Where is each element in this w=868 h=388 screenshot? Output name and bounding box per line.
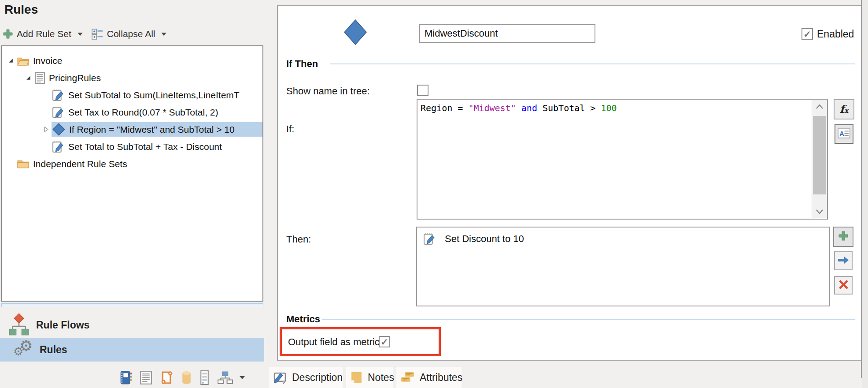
show-name-label: Show name in tree:	[286, 86, 370, 97]
then-action-item[interactable]: Set Discount to 10	[417, 228, 829, 245]
chevron-down-icon[interactable]	[161, 33, 166, 36]
description-note-icon	[273, 371, 287, 384]
tree-item[interactable]: Invoice	[2, 52, 262, 69]
rules-editor-window: Rules Add Rule Set Collapse All InvoiceP…	[0, 0, 868, 388]
scroll-up-icon[interactable]	[812, 100, 827, 113]
add-rule-set-button[interactable]: Add Rule Set	[0, 28, 85, 40]
scroll-icon[interactable]	[160, 370, 173, 385]
tree-item[interactable]: Set SubTotal to Sum(LineItems,LineItemT	[2, 86, 262, 104]
delete-action-button[interactable]	[834, 276, 853, 295]
tree-item-label: Independent Rule Sets	[33, 159, 127, 169]
text-view-button[interactable]: A	[835, 124, 853, 144]
rule-name-input[interactable]: MidwestDiscount	[419, 24, 595, 43]
expander-expanded-icon[interactable]	[5, 58, 16, 63]
action-rule-icon	[52, 106, 64, 119]
folder-open-icon	[17, 56, 29, 66]
code-token-plain: Region =	[421, 103, 468, 113]
folder-closed-icon	[17, 159, 29, 168]
tree-item-label: Invoice	[33, 56, 63, 66]
blue-diamond-icon	[52, 123, 65, 136]
code-token-plain	[516, 103, 521, 113]
condition-editor[interactable]: Region = "Midwest" and SubTotal > 100	[417, 99, 828, 220]
nav-item-rule-flows[interactable]: Rule Flows	[0, 313, 264, 337]
tree-item-label: If Region = "Midwest" and SubTotal > 10	[69, 124, 235, 135]
condition-expression: Region = "Midwest" and SubTotal > 100	[421, 103, 617, 113]
tree-item-content[interactable]: Set Total to SubTotal + Tax - Discount	[52, 139, 262, 154]
nav-item-rules[interactable]: ⚙⚙ Rules	[0, 338, 264, 362]
tab-label: Description	[292, 372, 343, 384]
tree-horizontal-scrollbar[interactable]	[1, 303, 263, 307]
tree-item[interactable]: PricingRules	[2, 69, 262, 86]
x-icon	[838, 279, 850, 292]
fx-icon: fx	[840, 104, 848, 115]
section-divider-line	[330, 63, 855, 64]
expander-collapsed-icon[interactable]	[40, 127, 52, 132]
dropdown-caret-icon[interactable]	[240, 376, 245, 379]
vertical-scrollbar[interactable]	[812, 100, 827, 218]
if-then-section-header: If Then	[286, 58, 318, 70]
rule-detail-panel: MidwestDiscount ✓ Enabled If Then Show n…	[277, 5, 862, 361]
enabled-label: Enabled	[817, 28, 854, 40]
notebook-icon[interactable]	[119, 370, 132, 385]
tree-item-label: Set Tax to Round(0.07 * SubTotal, 2)	[68, 107, 218, 118]
gears-icon: ⚙⚙	[13, 340, 36, 360]
tab-attributes[interactable]: Attributes	[396, 367, 462, 388]
right-margin	[862, 0, 868, 388]
tab-description[interactable]: Description	[269, 367, 343, 388]
left-toolbar: Add Rule Set Collapse All	[0, 26, 169, 42]
text-lines-icon: A	[838, 128, 850, 140]
add-action-button[interactable]	[833, 227, 853, 247]
then-actions-list[interactable]: Set Discount to 10	[416, 227, 830, 306]
tab-notes[interactable]: Notes	[346, 367, 393, 388]
tree-item[interactable]: Independent Rule Sets	[2, 155, 262, 172]
indent-action-button[interactable]	[834, 251, 853, 270]
code-token-plain: SubTotal >	[537, 103, 601, 113]
action-rule-icon	[52, 140, 64, 153]
svg-text:A: A	[839, 130, 844, 137]
code-token-keyword: and	[521, 103, 537, 113]
scrollbar-thumb[interactable]	[813, 116, 826, 194]
tree-item-content[interactable]: Invoice	[16, 53, 262, 68]
tree-item[interactable]: Set Tax to Round(0.07 * SubTotal, 2)	[2, 104, 262, 121]
rule-name-value: MidwestDiscount	[425, 28, 498, 39]
collapse-all-button[interactable]: Collapse All	[89, 27, 170, 41]
show-name-checkbox[interactable]	[417, 85, 428, 96]
plus-icon	[3, 29, 13, 39]
tree-item-content[interactable]: If Region = "Midwest" and SubTotal > 10	[52, 122, 262, 137]
if-label: If:	[286, 123, 294, 135]
code-token-number: 100	[601, 103, 617, 113]
tree-item-label: Set Total to SubTotal + Tax - Discount	[68, 142, 222, 152]
rule-flows-icon	[9, 313, 29, 336]
collapse-all-icon	[92, 28, 103, 40]
page-title: Rules	[4, 3, 38, 17]
ruleset-doc-icon	[35, 72, 45, 84]
formula-editor-button[interactable]: fx	[834, 99, 854, 119]
tree-item[interactable]: If Region = "Midwest" and SubTotal > 10	[2, 121, 262, 138]
bottom-icon-toolbar	[119, 369, 245, 386]
tree-item-content[interactable]: PricingRules	[34, 71, 262, 85]
enabled-checkbox[interactable]: ✓	[802, 28, 813, 40]
metrics-section-header: Metrics	[286, 313, 320, 325]
expander-expanded-icon[interactable]	[22, 75, 34, 81]
tree-item-content[interactable]: Independent Rule Sets	[16, 157, 262, 171]
attribute-cards-icon	[401, 372, 414, 384]
tree-item-content[interactable]: Set Tax to Round(0.07 * SubTotal, 2)	[52, 105, 262, 119]
rule-diamond-icon	[344, 19, 367, 47]
scroll-down-icon[interactable]	[812, 205, 827, 218]
tab-label: Notes	[368, 372, 394, 384]
tree-item-content[interactable]: Set SubTotal to Sum(LineItems,LineItemT	[52, 88, 262, 102]
output-metric-checkbox[interactable]: ✓	[379, 336, 390, 347]
action-rule-icon	[52, 89, 64, 101]
tree-item[interactable]: Set Total to SubTotal + Tax - Discount	[2, 138, 262, 155]
chevron-down-icon[interactable]	[78, 33, 83, 36]
action-rule-icon	[424, 232, 436, 245]
server-icon[interactable]	[200, 370, 209, 385]
section-divider-line	[322, 319, 855, 320]
org-chart-icon[interactable]	[218, 371, 233, 384]
plus-icon	[838, 231, 849, 243]
then-label: Then:	[286, 234, 311, 245]
database-cylinder-icon[interactable]	[181, 371, 192, 384]
arrow-right-icon	[837, 256, 850, 266]
nav-label: Rules	[40, 344, 67, 356]
document-icon[interactable]	[140, 371, 152, 384]
